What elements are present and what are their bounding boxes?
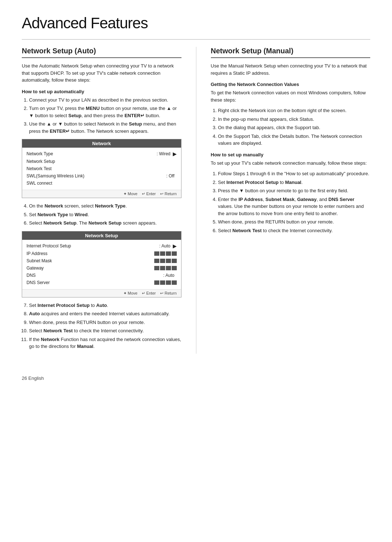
page-language: English — [28, 375, 44, 381]
network-row-swl-connect: SWL connect — [26, 180, 177, 187]
protocol-label: Internet Protocol Setup — [26, 243, 159, 249]
how-to-manually-heading: How to set up manually — [211, 152, 371, 157]
getting-step-2: In the pop-up menu that appears, click S… — [218, 116, 371, 123]
getting-values-text: To get the Network connection values on … — [211, 89, 371, 103]
network-row-swl: SWL(Samsung Wireless Link) : Off — [26, 172, 177, 180]
network-setup-footer-text: ✦ Move ↵ Enter ↩ Return — [123, 291, 177, 296]
setup-row-ip: IP Address — [26, 250, 177, 257]
left-column: Network Setup (Auto) Use the Automatic N… — [22, 47, 181, 354]
network-setup-label: Network Setup — [26, 159, 177, 164]
column-divider — [196, 47, 196, 354]
network-setup-box-title: Network Setup — [22, 231, 181, 240]
network-row-test: Network Test — [26, 165, 177, 172]
getting-steps-list: Right click the Network icon on the bott… — [218, 107, 371, 147]
dns-label: DNS — [26, 273, 163, 278]
subnet-label: Subnet Mask — [26, 258, 154, 263]
setup-row-dns-server: DNS Server — [26, 279, 177, 286]
auto-step-11: If the Network Function has not acquired… — [29, 336, 181, 350]
network-setup-box-body: Internet Protocol Setup : Auto ▶ IP Addr… — [22, 240, 181, 289]
auto-step-1: Connect your TV to your LAN as described… — [29, 97, 181, 104]
swl-label: SWL(Samsung Wireless Link) — [26, 173, 166, 178]
auto-steps-list-3: Set Internet Protocol Setup to Auto. Aut… — [29, 302, 181, 350]
auto-steps-list-2: On the Network screen, select Network Ty… — [29, 202, 181, 227]
getting-step-4: On the Support Tab, click the Details bu… — [218, 133, 371, 147]
page-footer: 26 English — [22, 375, 370, 381]
getting-step-1: Right click the Network icon on the bott… — [218, 107, 371, 114]
ip-label: IP Address — [26, 251, 154, 256]
network-footer: ✦ Move ↵ Enter ↩ Return — [22, 190, 181, 198]
auto-step-9: When done, press the RETURN button on yo… — [29, 319, 181, 326]
auto-steps-list: Connect your TV to your LAN as described… — [29, 97, 181, 135]
ip-pixels — [154, 251, 177, 256]
network-type-value: : Wired — [156, 151, 170, 156]
auto-step-5: Set Network Type to Wired. — [29, 211, 181, 218]
setup-row-subnet: Subnet Mask — [26, 257, 177, 264]
manual-step-3: Press the ▼ button on your remote to go … — [218, 187, 371, 194]
dns-server-label: DNS Server — [26, 280, 154, 285]
auto-step-8: Auto acquires and enters the needed Inte… — [29, 310, 181, 317]
dns-value: : Auto — [163, 273, 175, 278]
page-title: Advanced Features — [22, 15, 370, 32]
swl-connect-label: SWL connect — [26, 181, 177, 186]
right-heading: Network Setup (Manual) — [211, 47, 371, 58]
auto-step-7: Set Internet Protocol Setup to Auto. — [29, 302, 181, 309]
dns-server-pixels — [154, 280, 177, 285]
network-footer-text: ✦ Move ↵ Enter ↩ Return — [123, 192, 177, 196]
setup-row-protocol: Internet Protocol Setup : Auto ▶ — [26, 242, 177, 250]
page-number: 26 — [22, 375, 27, 381]
auto-step-3: Use the ▲ or ▼ button to select Network … — [29, 120, 181, 135]
protocol-arrow: ▶ — [173, 243, 177, 249]
manual-step-5: When done, press the RETURN button on yo… — [218, 218, 371, 226]
protocol-value: : Auto — [159, 243, 171, 249]
manual-steps-list: Follow Steps 1 through 6 in the "How to … — [218, 170, 371, 234]
manual-step-6: Select Network Test to check the Interne… — [218, 227, 371, 234]
network-test-label: Network Test — [26, 166, 177, 171]
getting-step-3: On the dialog that appears, click the Su… — [218, 124, 371, 131]
network-box: Network Network Type : Wired ▶ Network S… — [22, 139, 181, 198]
network-setup-footer: ✦ Move ↵ Enter ↩ Return — [22, 289, 181, 297]
network-setup-box: Network Setup Internet Protocol Setup : … — [22, 231, 181, 297]
network-row-type: Network Type : Wired ▶ — [26, 150, 177, 158]
network-box-title: Network — [22, 139, 181, 148]
network-type-label: Network Type — [26, 151, 156, 156]
manual-step-1: Follow Steps 1 through 6 in the "How to … — [218, 170, 371, 177]
auto-step-10: Select Network Test to check the Interne… — [29, 327, 181, 334]
auto-step-4: On the Network screen, select Network Ty… — [29, 202, 181, 210]
gateway-label: Gateway — [26, 266, 154, 271]
how-to-manually-text: To set up your TV's cable network connec… — [211, 160, 371, 167]
swl-value: : Off — [166, 173, 174, 178]
how-to-auto-heading: How to set up automatically — [22, 89, 181, 94]
right-column: Network Setup (Manual) Use the Manual Ne… — [211, 47, 371, 354]
getting-values-heading: Getting the Network Connection Values — [211, 82, 371, 87]
left-heading: Network Setup (Auto) — [22, 47, 181, 58]
network-row-setup: Network Setup — [26, 158, 177, 165]
auto-step-6: Select Network Setup. The Network Setup … — [29, 219, 181, 227]
setup-row-dns: DNS : Auto — [26, 272, 177, 279]
setup-row-gateway: Gateway — [26, 264, 177, 272]
gateway-pixels — [154, 266, 177, 270]
network-type-arrow: ▶ — [173, 151, 177, 157]
network-box-body: Network Type : Wired ▶ Network Setup Net… — [22, 148, 181, 190]
left-intro: Use the Automatic Network Setup when con… — [22, 62, 181, 84]
manual-step-4: Enter the IP Address, Subnet Mask, Gatew… — [218, 196, 371, 217]
auto-step-2: Turn on your TV, press the MENU button o… — [29, 105, 181, 119]
manual-step-2: Set Internet Protocol Setup to Manual. — [218, 179, 371, 186]
subnet-pixels — [154, 259, 177, 263]
right-intro: Use the Manual Network Setup when connec… — [211, 62, 371, 77]
